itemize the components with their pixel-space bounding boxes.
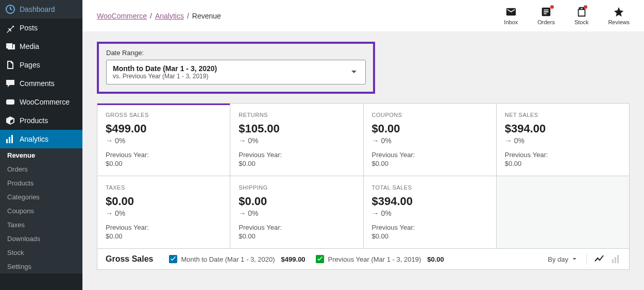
card-value: $0.00 [239, 195, 354, 208]
notification-dot [550, 5, 554, 9]
card-taxes[interactable]: TAXES $0.00 →0% Previous Year: $0.00 [97, 176, 230, 248]
submenu-item-revenue[interactable]: Revenue [0, 148, 82, 162]
page-header: WooCommerce / Analytics / Revenue Inbox … [82, 0, 644, 31]
card-total-sales[interactable]: TOTAL SALES $394.00 →0% Previous Year: $… [364, 176, 496, 248]
orders-label: Orders [537, 19, 555, 25]
card-returns[interactable]: RETURNS $105.00 →0% Previous Year: $0.00 [230, 104, 363, 176]
svg-rect-2 [9, 137, 10, 143]
interval-label: By day [548, 255, 568, 263]
interval-dropdown[interactable]: By day [548, 255, 578, 263]
submenu-item-stock[interactable]: Stock [0, 246, 82, 260]
sidebar-item-label: Dashboard [20, 5, 55, 13]
sidebar-item-label: WooCommerce [20, 98, 70, 106]
legend-label: Previous Year (Mar 1 - 3, 2019) [328, 255, 421, 263]
media-icon [5, 41, 15, 52]
reviews-button[interactable]: Reviews [608, 6, 630, 25]
checkbox-icon [169, 255, 177, 263]
sidebar-item-label: Posts [20, 24, 38, 32]
card-prev-label: Previous Year: [372, 224, 488, 231]
sidebar-item-pages[interactable]: Pages [0, 56, 82, 74]
legend-label: Month to Date (Mar 1 - 3, 2020) [181, 255, 275, 263]
card-title: TOTAL SALES [372, 184, 488, 191]
card-value: $394.00 [505, 122, 621, 135]
card-change: →0% [372, 209, 488, 217]
sidebar-item-woocommerce[interactable]: WooCommerce [0, 93, 82, 111]
sidebar-item-analytics[interactable]: Analytics [0, 130, 82, 148]
submenu-item-settings[interactable]: Settings [0, 260, 82, 274]
card-prev-value: $0.00 [106, 160, 222, 167]
card-shipping[interactable]: SHIPPING $0.00 →0% Previous Year: $0.00 [230, 176, 363, 248]
svg-rect-3 [11, 135, 13, 143]
header-actions: Inbox Orders Stock Reviews [504, 6, 630, 25]
card-prev-value: $0.00 [106, 232, 222, 240]
card-net-sales[interactable]: NET SALES $394.00 →0% Previous Year: $0.… [497, 104, 629, 176]
reviews-label: Reviews [608, 19, 630, 25]
line-chart-icon[interactable] [594, 254, 604, 264]
sidebar-item-media[interactable]: Media [0, 37, 82, 56]
card-prev-value: $0.00 [239, 160, 354, 167]
svg-rect-1 [6, 139, 8, 143]
submenu-item-orders[interactable]: Orders [0, 162, 82, 176]
legend-previous[interactable]: Previous Year (Mar 1 - 3, 2019) $0.00 [316, 255, 444, 263]
sidebar-item-products[interactable]: Products [0, 111, 82, 130]
submenu-item-downloads[interactable]: Downloads [0, 232, 82, 246]
summary-cards: GROSS SALES $499.00 →0% Previous Year: $… [97, 103, 630, 249]
chevron-down-icon [571, 255, 578, 263]
card-coupons[interactable]: COUPONS $0.00 →0% Previous Year: $0.00 [364, 104, 496, 176]
bar-chart-icon[interactable] [611, 254, 621, 264]
card-prev-value: $0.00 [505, 160, 621, 167]
breadcrumb-current: Revenue [192, 12, 221, 20]
chevron-down-icon [349, 67, 359, 77]
sidebar-item-label: Pages [20, 61, 40, 69]
sidebar-item-posts[interactable]: Posts [0, 19, 82, 37]
arrow-right-icon: → [372, 209, 379, 217]
inbox-icon [505, 6, 517, 18]
analytics-submenu: Revenue Orders Products Categories Coupo… [0, 148, 82, 274]
card-value: $394.00 [372, 195, 488, 208]
stock-button[interactable]: Stock [574, 6, 589, 25]
date-range-dropdown[interactable]: Month to Date (Mar 1 - 3, 2020) vs. Prev… [106, 60, 366, 84]
card-title: NET SALES [505, 112, 621, 118]
submenu-item-products[interactable]: Products [0, 176, 82, 190]
sidebar-item-dashboard[interactable]: Dashboard [0, 0, 82, 19]
card-prev-label: Previous Year: [239, 151, 354, 159]
submenu-item-categories[interactable]: Categories [0, 190, 82, 204]
date-range-highlight: Date Range: Month to Date (Mar 1 - 3, 20… [97, 42, 375, 94]
breadcrumb-woocommerce[interactable]: WooCommerce [97, 12, 147, 20]
card-prev-label: Previous Year: [239, 224, 354, 231]
card-prev-value: $0.00 [372, 160, 488, 167]
svg-rect-6 [617, 255, 619, 263]
arrow-right-icon: → [106, 137, 113, 145]
card-prev-label: Previous Year: [106, 224, 222, 231]
comments-icon [5, 78, 15, 89]
dashboard-icon [5, 4, 15, 14]
checkbox-icon [316, 255, 324, 263]
card-change: →0% [505, 137, 621, 145]
legend-value: $0.00 [427, 255, 444, 263]
card-title: TAXES [106, 184, 222, 191]
card-prev-label: Previous Year: [106, 151, 222, 159]
woocommerce-icon [5, 97, 15, 107]
orders-button[interactable]: Orders [537, 6, 555, 25]
card-title: SHIPPING [239, 184, 354, 191]
products-icon [5, 115, 15, 126]
chart-controls: By day [548, 254, 621, 264]
svg-rect-5 [615, 257, 616, 263]
card-gross-sales[interactable]: GROSS SALES $499.00 →0% Previous Year: $… [97, 104, 230, 176]
admin-sidebar: Dashboard Posts Media Pages Comments Woo… [0, 0, 82, 290]
sidebar-item-label: Media [20, 42, 39, 50]
date-range-label: Date Range: [106, 49, 366, 57]
legend-current[interactable]: Month to Date (Mar 1 - 3, 2020) $499.00 [169, 255, 306, 263]
pin-icon [5, 23, 15, 33]
inbox-button[interactable]: Inbox [504, 6, 518, 25]
arrow-right-icon: → [505, 137, 512, 145]
submenu-item-taxes[interactable]: Taxes [0, 218, 82, 232]
arrow-right-icon: → [239, 209, 246, 217]
inbox-label: Inbox [504, 19, 518, 25]
chart-title: Gross Sales [106, 254, 154, 264]
pages-icon [5, 60, 15, 70]
card-value: $0.00 [106, 195, 222, 208]
submenu-item-coupons[interactable]: Coupons [0, 204, 82, 218]
sidebar-item-comments[interactable]: Comments [0, 74, 82, 93]
breadcrumb-analytics[interactable]: Analytics [155, 12, 184, 20]
